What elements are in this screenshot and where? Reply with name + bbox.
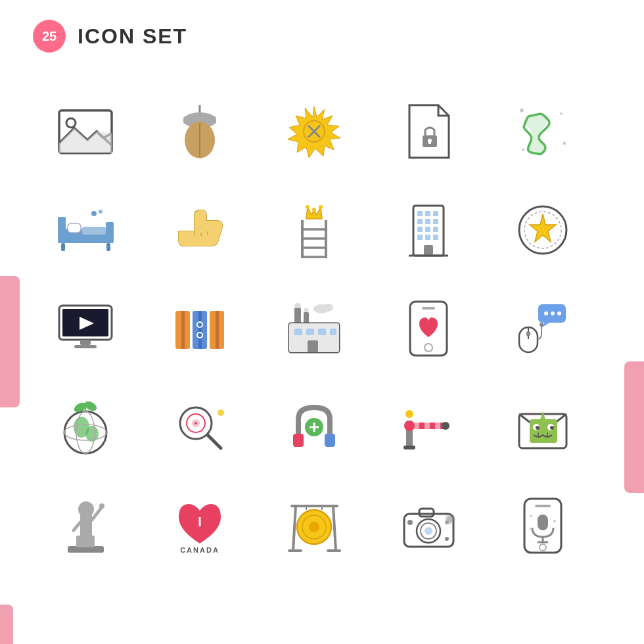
svg-point-157 [425,527,432,535]
svg-point-121 [404,421,415,431]
svg-point-123 [442,422,449,430]
svg-point-137 [78,501,94,517]
svg-rect-80 [318,329,326,335]
svg-point-26 [91,211,97,216]
svg-rect-164 [535,505,551,507]
svg-rect-95 [526,331,530,336]
icon-image [39,85,131,177]
icon-sun-badge [268,85,360,177]
svg-point-150 [309,522,319,532]
svg-rect-42 [417,211,423,216]
svg-marker-133 [540,411,545,419]
svg-rect-81 [330,329,336,335]
svg-point-92 [557,311,561,315]
svg-rect-53 [433,235,438,240]
svg-point-159 [445,537,449,541]
svg-rect-126 [530,419,557,443]
icon-zombie-mail [497,381,589,473]
icon-mic-phone [497,480,589,572]
svg-rect-14 [428,141,431,144]
icon-binders [154,283,246,375]
svg-rect-51 [417,235,423,240]
icon-camera-gear [382,480,474,572]
svg-text:I: I [198,515,202,529]
icon-factory [268,283,360,375]
deco-bottom-left [0,605,13,644]
svg-rect-47 [433,219,438,224]
svg-text:CANADA: CANADA [180,546,219,554]
svg-rect-43 [425,211,430,216]
svg-rect-154 [419,509,434,517]
svg-rect-22 [68,223,81,233]
svg-point-74 [294,303,301,308]
svg-rect-50 [433,227,438,232]
svg-rect-48 [417,227,423,232]
svg-line-109 [208,435,221,448]
icon-star-badge [497,184,589,276]
svg-rect-62 [80,340,91,345]
icon-video-monitor [39,283,131,375]
svg-line-145 [333,506,336,551]
svg-rect-45 [417,219,423,224]
svg-line-140 [74,522,80,530]
badge-number: 25 [33,20,66,53]
svg-rect-23 [82,227,106,235]
svg-rect-21 [106,222,114,243]
page-title: ICON SET [78,24,187,49]
icon-bed [39,184,131,276]
svg-point-130 [550,426,554,430]
svg-point-139 [99,503,104,509]
svg-rect-73 [304,312,309,324]
svg-point-129 [536,426,540,430]
icon-locked-file [382,85,474,177]
svg-rect-82 [308,340,318,352]
svg-rect-136 [80,515,92,537]
svg-rect-120 [435,423,440,429]
svg-rect-63 [74,345,97,348]
icon-add-magnet [268,381,360,473]
deco-left [0,276,20,407]
icon-statue [39,480,131,572]
svg-rect-46 [425,219,430,224]
svg-rect-24 [61,243,65,251]
svg-rect-118 [414,423,419,429]
svg-point-84 [323,304,333,311]
svg-point-168 [530,515,532,517]
icon-gong [268,480,360,572]
icon-acorn [154,85,246,177]
svg-rect-25 [106,243,110,251]
svg-point-90 [544,311,548,315]
svg-point-87 [425,344,432,352]
icon-phone [497,85,589,177]
icon-king-ladder [268,184,360,276]
svg-rect-65 [181,311,185,349]
svg-rect-165 [538,515,548,530]
svg-rect-72 [294,308,301,324]
svg-rect-52 [425,235,430,240]
deco-right [624,361,644,493]
icon-eco-globe [39,381,131,473]
icon-search-target [154,381,246,473]
icon-mouse-chat [497,283,589,375]
svg-point-17 [563,141,566,145]
svg-point-16 [560,112,563,115]
svg-rect-69 [216,311,219,349]
svg-rect-20 [58,217,66,243]
svg-rect-112 [325,434,335,447]
svg-line-144 [293,506,296,551]
svg-marker-58 [530,214,556,242]
svg-point-27 [99,210,103,214]
icon-barrier [382,381,474,473]
svg-marker-2 [59,128,112,153]
svg-rect-54 [424,245,433,256]
svg-point-75 [304,308,309,312]
svg-point-15 [520,108,524,112]
svg-point-1 [66,118,76,127]
svg-rect-79 [306,329,314,335]
svg-rect-111 [293,434,304,447]
svg-rect-49 [425,227,430,232]
svg-point-169 [553,520,556,522]
svg-point-96 [540,323,543,327]
svg-rect-135 [76,536,95,547]
svg-point-170 [530,528,532,530]
